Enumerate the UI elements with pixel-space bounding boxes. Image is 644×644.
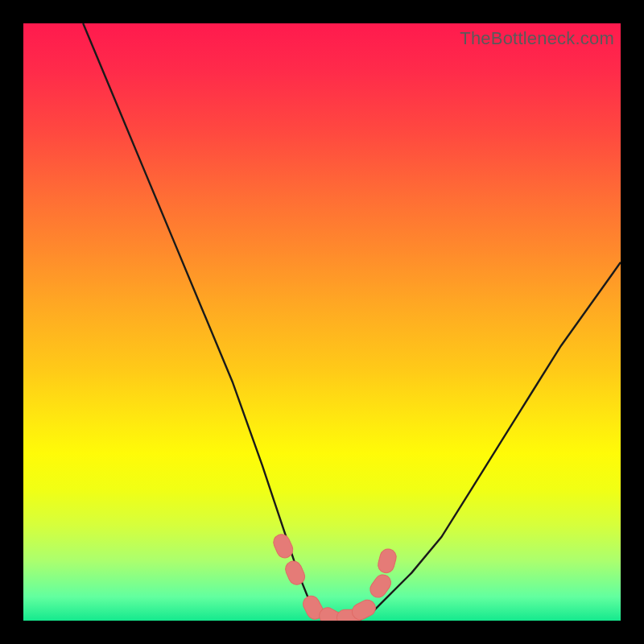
chart-frame: TheBottleneck.com	[0, 0, 644, 644]
curve-marker	[283, 559, 307, 588]
curve-markers	[271, 532, 398, 621]
plot-area: TheBottleneck.com	[23, 23, 621, 621]
curve-marker	[376, 547, 398, 575]
bottleneck-curve	[23, 23, 621, 621]
curve-path	[83, 23, 621, 621]
curve-marker	[367, 572, 394, 601]
